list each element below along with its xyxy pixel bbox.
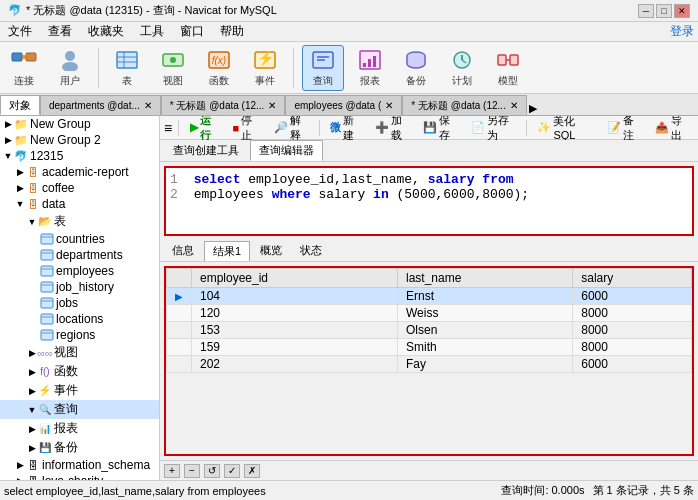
tab-close-4[interactable]: ✕ [510, 100, 518, 111]
tree-arrow[interactable]: ▼ [14, 199, 26, 209]
result-tab-overview[interactable]: 概览 [252, 241, 290, 260]
col-header-lastname[interactable]: last_name [397, 269, 572, 288]
user-icon [56, 48, 84, 72]
table-row[interactable]: 202 Fay 6000 [167, 356, 692, 373]
qtoolbar-sep-2 [319, 120, 320, 136]
tree-label-employees: employees [56, 264, 114, 278]
cell-salary: 8000 [573, 322, 692, 339]
tree-item-locations[interactable]: locations [0, 311, 159, 327]
tab-more[interactable]: ▶ [529, 102, 537, 115]
tree-item-jobs[interactable]: jobs [0, 295, 159, 311]
tab-departments[interactable]: departments @dat... ✕ [40, 95, 161, 115]
tree-item-data[interactable]: ▼ 🗄 data [0, 196, 159, 212]
tree-arrow[interactable]: ▶ [14, 460, 26, 470]
table-row[interactable]: 120 Weiss 8000 [167, 305, 692, 322]
add-row-button[interactable]: + [164, 464, 180, 478]
menu-tools[interactable]: 工具 [136, 22, 168, 41]
tree-arrow[interactable]: ▶ [2, 135, 14, 145]
close-button[interactable]: ✕ [674, 4, 690, 18]
tree-arrow[interactable]: ▼ [26, 405, 38, 415]
tree-arrow[interactable]: ▶ [26, 386, 38, 396]
tree-item-funcs[interactable]: ▶ f() 函数 [0, 362, 159, 381]
tab-query1[interactable]: * 无标题 @data (12... ✕ [161, 95, 286, 115]
tree-arrow[interactable]: ▶ [14, 183, 26, 193]
tree-item-coffee[interactable]: ▶ 🗄 coffee [0, 180, 159, 196]
tree-item-employees[interactable]: employees [0, 263, 159, 279]
tree-item-academic[interactable]: ▶ 🗄 academic-report [0, 164, 159, 180]
refresh-button[interactable]: ↺ [204, 464, 220, 478]
tree-item-departments[interactable]: departments [0, 247, 159, 263]
minimize-button[interactable]: ─ [638, 4, 654, 18]
tree-arrow[interactable]: ▶ [14, 476, 26, 480]
col-header-empid[interactable]: employee_id [192, 269, 398, 288]
func-tool[interactable]: f(x) 函数 [199, 46, 239, 90]
delete-row-button[interactable]: − [184, 464, 200, 478]
tree-item-newgroup2[interactable]: ▶ 📁 New Group 2 [0, 132, 159, 148]
tree-item-countries[interactable]: countries [0, 231, 159, 247]
model-tool[interactable]: 模型 [488, 46, 528, 90]
tree-arrow[interactable]: ▶ [2, 119, 14, 129]
tab-object[interactable]: 对象 [0, 95, 40, 115]
svg-rect-38 [41, 298, 53, 308]
tree-item-queries[interactable]: ▼ 🔍 查询 [0, 400, 159, 419]
view-tool[interactable]: 视图 [153, 46, 193, 90]
menu-help[interactable]: 帮助 [216, 22, 248, 41]
sql-editor[interactable]: 1 select employee_id,last_name, salary f… [164, 166, 694, 236]
connect-tool[interactable]: 连接 [4, 46, 44, 90]
event-tool[interactable]: ⚡ 事件 [245, 46, 285, 90]
table-row[interactable]: ▶ 104 Ernst 6000 [167, 288, 692, 305]
tree-arrow[interactable]: ▶ [14, 167, 26, 177]
tree-item-reports[interactable]: ▶ 📊 报表 [0, 419, 159, 438]
menu-favorites[interactable]: 收藏夹 [84, 22, 128, 41]
hamburger-icon[interactable]: ≡ [164, 120, 172, 136]
col-header-salary[interactable]: salary [573, 269, 692, 288]
tree-label-departments: departments [56, 248, 123, 262]
tab-close-1[interactable]: ✕ [144, 100, 152, 111]
table-row[interactable]: 153 Olsen 8000 [167, 322, 692, 339]
login-link[interactable]: 登录 [670, 23, 694, 40]
menu-view[interactable]: 查看 [44, 22, 76, 41]
user-tool[interactable]: 用户 [50, 46, 90, 90]
tree-item-backups[interactable]: ▶ 💾 备份 [0, 438, 159, 457]
tree-arrow[interactable]: ▶ [26, 424, 38, 434]
result-tab-info[interactable]: 信息 [164, 241, 202, 260]
tree-label-locations: locations [56, 312, 103, 326]
backup-tool[interactable]: 备份 [396, 46, 436, 90]
tab-close-3[interactable]: ✕ [385, 100, 393, 111]
tree-item-newgroup1[interactable]: ▶ 📁 New Group [0, 116, 159, 132]
menu-file[interactable]: 文件 [4, 22, 36, 41]
query-tool[interactable]: 查询 [302, 45, 344, 91]
tree-item-lovecharity[interactable]: ▶ 🗄 love-charity [0, 473, 159, 480]
tree-arrow[interactable]: ▼ [2, 151, 14, 161]
tree-arrow[interactable]: ▶ [26, 367, 38, 377]
table-row[interactable]: 159 Smith 8000 [167, 339, 692, 356]
tab-query2[interactable]: * 无标题 @data (12... ✕ [402, 95, 527, 115]
svg-rect-36 [41, 282, 53, 292]
subtab-builder[interactable]: 查询创建工具 [164, 140, 248, 161]
subtab-editor[interactable]: 查询编辑器 [250, 140, 323, 161]
bottom-toolbar: + − ↺ ✓ ✗ [160, 460, 698, 480]
maximize-button[interactable]: □ [656, 4, 672, 18]
tab-close-2[interactable]: ✕ [268, 100, 276, 111]
menu-window[interactable]: 窗口 [176, 22, 208, 41]
schedule-tool[interactable]: 计划 [442, 46, 482, 90]
tree-arrow[interactable]: ▼ [26, 217, 38, 227]
result-tab-data[interactable]: 结果1 [204, 241, 250, 261]
discard-button[interactable]: ✗ [244, 464, 260, 478]
svg-rect-1 [26, 53, 36, 61]
tree-item-tables[interactable]: ▼ 📂 表 [0, 212, 159, 231]
tree-item-events[interactable]: ▶ ⚡ 事件 [0, 381, 159, 400]
tree-item-12315[interactable]: ▼ 🐬 12315 [0, 148, 159, 164]
beautify-button[interactable]: ✨ 美化 SQL [532, 116, 598, 143]
tree-item-jobhistory[interactable]: job_history [0, 279, 159, 295]
tab-employees[interactable]: employees @data ( ✕ [285, 95, 402, 115]
tree-item-regions[interactable]: regions [0, 327, 159, 343]
tree-arrow[interactable]: ▶ [26, 443, 38, 453]
report-tool[interactable]: 报表 [350, 46, 390, 90]
apply-button[interactable]: ✓ [224, 464, 240, 478]
tree-item-infosys[interactable]: ▶ 🗄 information_schema [0, 457, 159, 473]
result-tab-status[interactable]: 状态 [292, 241, 330, 260]
table-tool[interactable]: 表 [107, 46, 147, 90]
result-table: employee_id last_name salary ▶ 104 Ernst… [166, 268, 692, 373]
tree-item-views[interactable]: ▶ ∞∞ 视图 [0, 343, 159, 362]
